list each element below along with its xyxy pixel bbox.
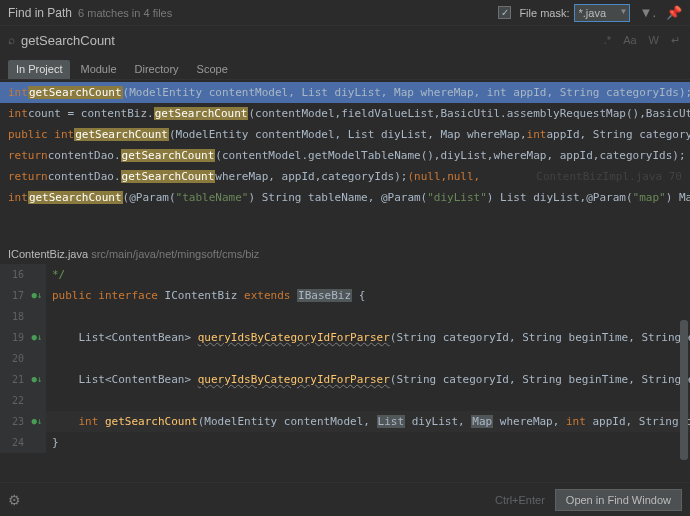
gutter-mark-icon[interactable] (28, 432, 46, 453)
gear-icon[interactable]: ⚙ (8, 492, 21, 508)
tab-directory[interactable]: Directory (127, 60, 187, 79)
line-number: 20 (0, 348, 28, 369)
line-number: 16 (0, 264, 28, 285)
result-row[interactable]: int count = contentBiz.getSearchCount(co… (0, 103, 690, 124)
gutter-mark-icon[interactable]: ●↓ (28, 327, 46, 348)
file-mask-checkbox[interactable]: ✓ (498, 6, 511, 19)
gutter-mark-icon[interactable] (28, 348, 46, 369)
search-input[interactable] (21, 33, 602, 48)
result-row[interactable]: int getSearchCount(ModelEntity contentMo… (0, 82, 690, 103)
gutter-mark-icon[interactable]: ●↓ (28, 285, 46, 306)
line-number: 18 (0, 306, 28, 327)
code-line[interactable]: 24} (0, 432, 690, 453)
tab-module[interactable]: Module (72, 60, 124, 79)
gutter-mark-icon[interactable] (28, 390, 46, 411)
code-line[interactable]: 16*/ (0, 264, 690, 285)
dialog-title: Find in Path (8, 6, 72, 20)
gutter-mark-icon[interactable] (28, 306, 46, 327)
code-line[interactable]: 18 (0, 306, 690, 327)
tab-in-project[interactable]: In Project (8, 60, 70, 79)
line-number: 24 (0, 432, 28, 453)
lines-option[interactable]: Aa (621, 34, 638, 46)
code-line[interactable]: 17●↓public interface IContentBiz extends… (0, 285, 690, 306)
scrollbar[interactable] (680, 320, 688, 460)
line-number: 21 (0, 369, 28, 390)
line-number: 19 (0, 327, 28, 348)
open-in-find-window-button[interactable]: Open in Find Window (555, 489, 682, 511)
result-row[interactable]: public int getSearchCount(ModelEntity co… (0, 124, 690, 145)
result-row[interactable]: return contentDao.getSearchCount(content… (0, 145, 690, 166)
tab-scope[interactable]: Scope (189, 60, 236, 79)
line-number: 23 (0, 411, 28, 432)
word-option[interactable]: W (647, 34, 661, 46)
code-line[interactable]: 20 (0, 348, 690, 369)
code-line[interactable]: 23●↓ int getSearchCount(ModelEntity cont… (0, 411, 690, 432)
preview-path: src/main/java/net/mingsoft/cms/biz (91, 248, 259, 260)
results-list: int getSearchCount(ModelEntity contentMo… (0, 80, 690, 208)
match-count: 6 matches in 4 files (78, 7, 172, 19)
scope-tabs: In ProjectModuleDirectoryScope (0, 54, 690, 80)
code-line[interactable]: 19●↓ List<ContentBean> queryIdsByCategor… (0, 327, 690, 348)
code-line[interactable]: 21●↓ List<ContentBean> queryIdsByCategor… (0, 369, 690, 390)
code-preview: 16*/17●↓public interface IContentBiz ext… (0, 264, 690, 453)
pin-icon[interactable]: 📌 (666, 5, 682, 20)
search-icon: ⌕ (8, 33, 15, 47)
result-row[interactable]: return contentDao.getSearchCountwhereMap… (0, 166, 690, 187)
file-mask-label: File mask: (519, 7, 569, 19)
line-number: 22 (0, 390, 28, 411)
gutter-mark-icon[interactable]: ●↓ (28, 411, 46, 432)
preview-filename: IContentBiz.java (8, 248, 88, 260)
filter-icon[interactable]: ▼. (640, 5, 656, 20)
newline-icon[interactable]: ↵ (669, 34, 682, 47)
regex-option[interactable]: .* (602, 34, 613, 46)
preview-header: IContentBiz.java src/main/java/net/mings… (0, 242, 690, 264)
file-mask-input[interactable] (574, 4, 630, 22)
shortcut-hint: Ctrl+Enter (495, 494, 545, 506)
code-line[interactable]: 22 (0, 390, 690, 411)
check-icon: ✓ (501, 7, 509, 18)
gutter-mark-icon[interactable]: ●↓ (28, 369, 46, 390)
line-number: 17 (0, 285, 28, 306)
gutter-mark-icon[interactable] (28, 264, 46, 285)
result-row[interactable]: int getSearchCount(@Param("tableName") S… (0, 187, 690, 208)
